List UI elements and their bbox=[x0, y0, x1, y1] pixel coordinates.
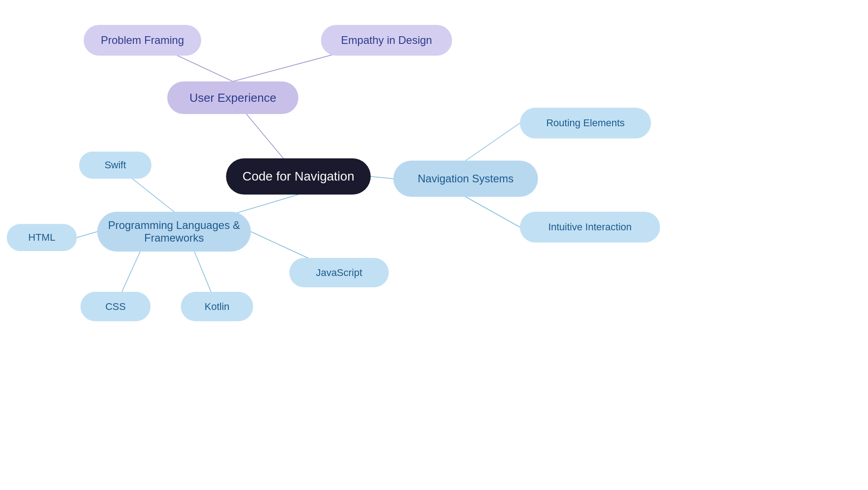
routing-elements-node[interactable]: Routing Elements bbox=[520, 108, 651, 138]
html-node[interactable]: HTML bbox=[7, 224, 77, 251]
user-experience-node[interactable]: User Experience bbox=[167, 81, 298, 114]
svg-line-10 bbox=[466, 123, 520, 161]
svg-line-9 bbox=[371, 176, 393, 179]
empathy-design-node[interactable]: Empathy in Design bbox=[321, 25, 452, 56]
css-node[interactable]: CSS bbox=[80, 292, 151, 321]
svg-line-11 bbox=[466, 197, 520, 227]
kotlin-node[interactable]: Kotlin bbox=[181, 292, 253, 321]
svg-line-5 bbox=[77, 232, 97, 238]
navigation-systems-node[interactable]: Navigation Systems bbox=[393, 161, 538, 197]
swift-node[interactable]: Swift bbox=[79, 152, 151, 179]
center-node[interactable]: Code for Navigation bbox=[226, 158, 371, 195]
javascript-node[interactable]: JavaScript bbox=[289, 258, 389, 287]
problem-framing-node[interactable]: Problem Framing bbox=[84, 25, 201, 56]
programming-languages-node[interactable]: Programming Languages & Frameworks bbox=[97, 212, 251, 252]
intuitive-interaction-node[interactable]: Intuitive Interaction bbox=[520, 212, 660, 243]
